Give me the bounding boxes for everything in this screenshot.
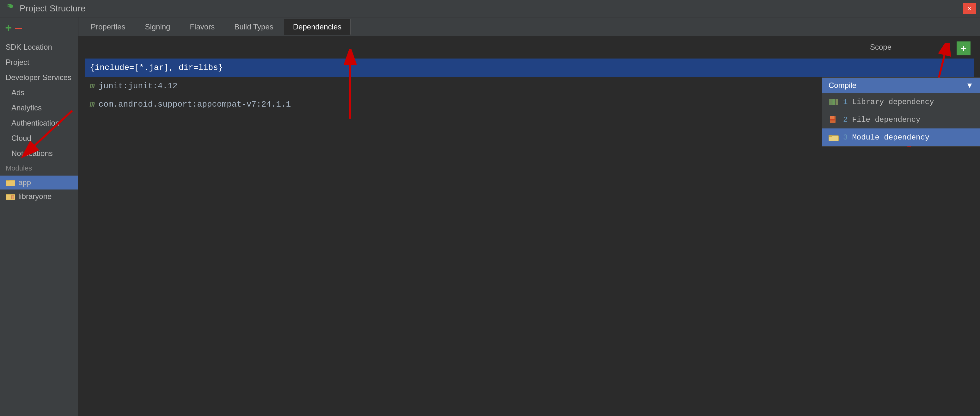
dropdown-item-file[interactable]: 2 File dependency	[822, 111, 980, 128]
window-title: Project Structure	[20, 3, 86, 14]
dep-dir-text: {include=[*.jar], dir=libs}	[90, 63, 223, 72]
tab-dependencies[interactable]: Dependencies	[284, 19, 351, 35]
add-dependency-dropdown: Compile ▼ 1 Library dependency	[822, 78, 980, 147]
svg-rect-16	[830, 119, 835, 120]
sidebar-item-authentication[interactable]: Authentication	[0, 115, 78, 131]
module-dep-label: Module dependency	[852, 133, 929, 142]
sidebar: + — SDK Location Project Developer Servi…	[0, 18, 78, 416]
module-dep-icon	[829, 133, 839, 142]
file-dep-label: File dependency	[852, 115, 920, 124]
module-app-label: app	[18, 178, 31, 187]
add-dependency-button[interactable]: +	[957, 41, 970, 55]
module-dep-num: 3	[843, 133, 848, 142]
library-folder-icon	[6, 192, 15, 201]
sidebar-toolbar: + —	[0, 21, 78, 37]
module-libraryone-label: libraryone	[18, 192, 51, 201]
dropdown-header: Compile ▼	[822, 78, 980, 93]
library-dep-icon	[829, 97, 839, 106]
tab-signing[interactable]: Signing	[135, 19, 179, 35]
tab-flavors[interactable]: Flavors	[180, 19, 224, 35]
svg-rect-12	[832, 99, 835, 105]
svg-rect-10	[12, 196, 14, 199]
tab-build-types[interactable]: Build Types	[225, 19, 283, 35]
file-dep-num: 2	[843, 115, 848, 124]
project-structure-icon: ⚙	[6, 4, 16, 13]
lib-dep-num: 1	[843, 98, 848, 106]
sidebar-item-sdk-location[interactable]: SDK Location	[0, 40, 78, 55]
sidebar-item-developer-services[interactable]: Developer Services	[0, 70, 78, 85]
lib-dep-label: Library dependency	[852, 98, 934, 106]
svg-text:⚙: ⚙	[8, 5, 10, 8]
sidebar-item-ads[interactable]: Ads	[0, 85, 78, 100]
dep-appcompat-text: com.android.support:appcompat-v7:24.1.1	[99, 100, 291, 109]
svg-rect-6	[6, 181, 15, 186]
sidebar-item-cloud[interactable]: Cloud	[0, 131, 78, 146]
sidebar-item-notifications[interactable]: Notifications	[0, 146, 78, 161]
svg-rect-17	[830, 121, 835, 121]
modules-header: Modules	[0, 161, 78, 175]
main-container: + — SDK Location Project Developer Servi…	[0, 18, 980, 416]
dropdown-arrow-icon: ▼	[966, 81, 974, 90]
svg-rect-13	[835, 99, 838, 105]
tabs-bar: Properties Signing Flavors Build Types D…	[78, 18, 980, 37]
maven-icon-2: m	[90, 100, 95, 109]
svg-rect-20	[829, 135, 832, 137]
svg-rect-15	[830, 116, 834, 119]
dropdown-item-library[interactable]: 1 Library dependency	[822, 93, 980, 111]
dropdown-item-module[interactable]: 3 Module dependency	[822, 128, 980, 146]
remove-module-button[interactable]: —	[15, 23, 22, 35]
title-bar: ⚙ Project Structure ×	[0, 0, 980, 18]
sidebar-module-app[interactable]: app	[0, 175, 78, 190]
dependencies-content: Scope + ↓ {include=[*.jar], dir=libs} m …	[78, 37, 980, 416]
folder-icon	[6, 179, 15, 186]
maven-icon-1: m	[90, 81, 95, 91]
dep-junit-text: junit:junit:4.12	[99, 81, 178, 91]
close-button[interactable]: ×	[963, 3, 976, 14]
tab-properties[interactable]: Properties	[81, 19, 134, 35]
sidebar-item-analytics[interactable]: Analytics	[0, 100, 78, 115]
sidebar-item-project[interactable]: Project	[0, 55, 78, 70]
sidebar-module-libraryone[interactable]: libraryone	[0, 190, 78, 203]
add-module-button[interactable]: +	[5, 23, 12, 35]
svg-rect-11	[829, 99, 832, 105]
file-dep-icon	[829, 115, 839, 124]
dependency-item-1[interactable]: {include=[*.jar], dir=libs}	[85, 59, 974, 77]
scope-label: Scope	[870, 43, 891, 51]
content-area: Properties Signing Flavors Build Types D…	[78, 18, 980, 416]
dropdown-compile-label: Compile	[829, 81, 856, 90]
